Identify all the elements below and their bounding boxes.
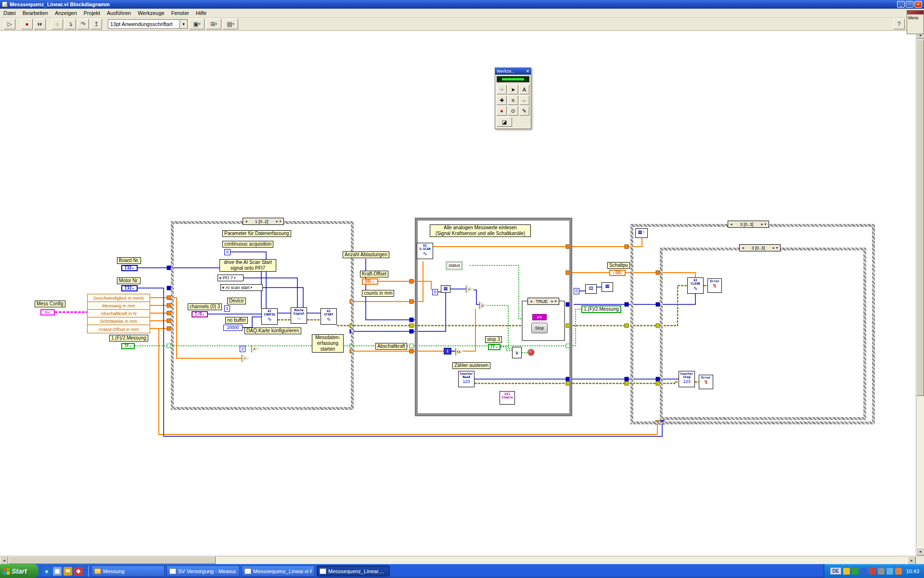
- breakpoint-tool-button[interactable]: ●: [497, 106, 507, 116]
- quicklaunch-app-icon[interactable]: ◆: [74, 567, 83, 576]
- ai-start-node[interactable]: AI START ∿: [321, 308, 337, 325]
- menu-anzeigen[interactable]: Anzeigen: [51, 9, 80, 17]
- language-indicator[interactable]: DE: [830, 567, 842, 575]
- ai-clear-node[interactable]: AI CLEAR ∿: [687, 277, 704, 294]
- no-buffer-label[interactable]: no buffer: [225, 317, 248, 324]
- route-signal-node[interactable]: Route Signal ⇔: [291, 307, 307, 324]
- menu-hilfe[interactable]: Hilfe: [192, 9, 210, 17]
- stop3-terminal[interactable]: TF▸: [488, 344, 500, 350]
- pause-button[interactable]: ▮▮: [34, 19, 46, 29]
- unbundle-field[interactable]: Abschaltkraft in N: [88, 310, 150, 317]
- scroll-down-button[interactable]: ▼: [916, 548, 924, 556]
- daq-comment[interactable]: DAQ-Karte konfigurieren: [244, 328, 301, 334]
- device-label[interactable]: Device: [227, 298, 246, 304]
- prev-frame-icon[interactable]: ◄: [741, 246, 744, 250]
- kraft-offset-label[interactable]: Kraft-Offset: [360, 271, 388, 277]
- numeric-constant-0[interactable]: 0: [574, 288, 579, 294]
- kraft-offset-terminal[interactable]: DBL▸: [362, 278, 378, 285]
- case-selector[interactable]: ◄ TRUE ►▼: [527, 298, 559, 305]
- color-copy-tool-button[interactable]: ✎: [519, 106, 529, 116]
- mess-config-label[interactable]: Mess Config: [35, 301, 65, 307]
- step-out-button[interactable]: ↥: [90, 19, 102, 29]
- unbundle-field[interactable]: Messweg in mm: [88, 302, 150, 310]
- counter-stop-node[interactable]: Counter Stop 123: [679, 371, 695, 387]
- tray-icon[interactable]: [895, 568, 902, 575]
- menu-datei[interactable]: Datei: [0, 9, 19, 17]
- horizontal-scrollbar[interactable]: ◄ ►: [0, 556, 916, 564]
- tools-palette-titlebar[interactable]: Werkze... ✕: [495, 68, 531, 75]
- horizontal-scroll-thumb[interactable]: [9, 556, 216, 564]
- tray-icon[interactable]: [852, 568, 859, 575]
- numeric-constant-0[interactable]: 0: [432, 289, 438, 295]
- messung-tf-terminal[interactable]: TF▸: [121, 343, 135, 349]
- build-array-node[interactable]: ▤: [585, 284, 597, 294]
- tools-palette-window[interactable]: Werkze... ✕ ☞ ➤ A ✚ ≡ ⇔ ● ⊙ ✎ ◪: [495, 67, 531, 129]
- font-selector[interactable]: 13pt Anwendungsschriftart ▼: [108, 19, 188, 29]
- numeric-constant-1[interactable]: 1: [224, 305, 230, 312]
- tray-icon[interactable]: [886, 568, 893, 575]
- vertical-scroll-thumb[interactable]: [916, 39, 924, 396]
- close-button[interactable]: ×: [914, 1, 922, 8]
- frame3-inner-selector[interactable]: ◄ 3 [0..3] ►▼: [739, 244, 781, 251]
- background-window-fragment[interactable]: Mess: [907, 10, 924, 34]
- highlight-execution-button[interactable]: ☼: [51, 19, 63, 29]
- channels-io-terminal[interactable]: I/O▸: [192, 311, 208, 317]
- close-icon[interactable]: ✕: [526, 69, 529, 74]
- scroll-tool-button[interactable]: ⇔: [519, 95, 529, 105]
- tray-icon[interactable]: [843, 568, 850, 575]
- drive-comment[interactable]: drive the AI Scan Start signal onto PFI7: [219, 259, 276, 272]
- color-tool-button[interactable]: ◪: [497, 117, 512, 127]
- param-comment[interactable]: Parameter für Datenerfassung: [222, 230, 291, 237]
- menu-bearbeiten[interactable]: Bearbeiten: [19, 9, 51, 17]
- sequence-frame-3-inner[interactable]: [660, 248, 866, 420]
- prev-frame-icon[interactable]: ◄: [244, 220, 248, 223]
- scroll-left-button[interactable]: ◄: [0, 556, 8, 565]
- messung-label[interactable]: 1.(F)/2.Messung: [109, 335, 148, 342]
- iteration-terminal[interactable]: i: [444, 348, 451, 355]
- messung-local-label[interactable]: 1.(F)/2.Messung: [581, 305, 621, 313]
- mess-config-cluster-terminal[interactable]: ⊞▸: [40, 309, 55, 315]
- next-frame-icon[interactable]: ►▼: [275, 220, 282, 223]
- text-tool-button[interactable]: A: [519, 85, 529, 94]
- minimize-button[interactable]: _: [897, 1, 905, 8]
- block-diagram-canvas[interactable]: ◄ 1 [0..2] ►▼ ◄ 3 [0..3] ►▼ ◄ 3 [0..3] ►…: [0, 31, 916, 556]
- schaltpunkte-terminal[interactable]: ▸DBL: [609, 270, 626, 276]
- ai-scan-start-ring-constant[interactable]: ◈ AI scan start ▾: [220, 284, 263, 291]
- numeric-constant-20000[interactable]: 20000: [223, 325, 243, 331]
- abort-button[interactable]: ●: [21, 19, 33, 29]
- prev-case-icon[interactable]: ◄: [529, 300, 533, 303]
- unbundle-field[interactable]: Schrittweite in mm: [88, 317, 150, 325]
- distribute-objects-button[interactable]: ⊞▾: [206, 19, 221, 29]
- quicklaunch-mail-icon[interactable]: ✉: [64, 567, 72, 576]
- align-objects-button[interactable]: ▣▾: [189, 19, 205, 29]
- array-node[interactable]: ▦: [602, 282, 613, 292]
- run-button[interactable]: ▷: [4, 19, 15, 29]
- probe-tool-button[interactable]: ⊙: [508, 106, 518, 116]
- position-tool-button[interactable]: ➤: [508, 85, 518, 94]
- quicklaunch-desktop-icon[interactable]: ▦: [53, 567, 62, 576]
- stop-local-variable-icon[interactable]: ▸S: [532, 314, 547, 320]
- frame1-selector[interactable]: ◄ 1 [0..2] ►▼: [243, 218, 284, 225]
- taskbar-task-sv-versorgung[interactable]: SV Versorgung - Measur...: [167, 565, 240, 577]
- counts-label[interactable]: counts in mm: [362, 290, 394, 297]
- waveform-chart-node[interactable]: ▦+: [635, 228, 648, 238]
- operate-tool-button[interactable]: ☞: [497, 85, 507, 94]
- next-frame-icon[interactable]: ►▼: [760, 223, 767, 226]
- error-handler-node[interactable]: Error ↯: [699, 375, 713, 389]
- u32-simple-node[interactable]: U32 Simple: [500, 391, 515, 405]
- tray-icon[interactable]: [869, 568, 876, 575]
- quicklaunch-ie-icon[interactable]: e: [42, 567, 51, 576]
- start-button[interactable]: Start: [0, 564, 38, 578]
- tray-icon[interactable]: [878, 568, 885, 575]
- index-array-node[interactable]: ▦: [441, 285, 450, 293]
- zaehler-comment[interactable]: Zähler auslesen: [452, 362, 490, 369]
- object-menu-tool-button[interactable]: ≡: [508, 95, 518, 105]
- menu-ausfuehren[interactable]: Ausführen: [103, 9, 134, 17]
- error-handler-node[interactable]: Error ↯: [707, 278, 722, 293]
- prev-frame-icon[interactable]: ◄: [730, 223, 733, 226]
- unbundle-by-name-node[interactable]: Geschwindigkeit in mm/s Messweg in mm Ab…: [87, 294, 150, 333]
- board-nr-label[interactable]: Board Nr.: [117, 257, 141, 264]
- menu-projekt[interactable]: Projekt: [80, 9, 103, 17]
- abschaltkraft-label[interactable]: Abschaltkraft: [375, 343, 407, 350]
- next-case-icon[interactable]: ►▼: [551, 300, 557, 303]
